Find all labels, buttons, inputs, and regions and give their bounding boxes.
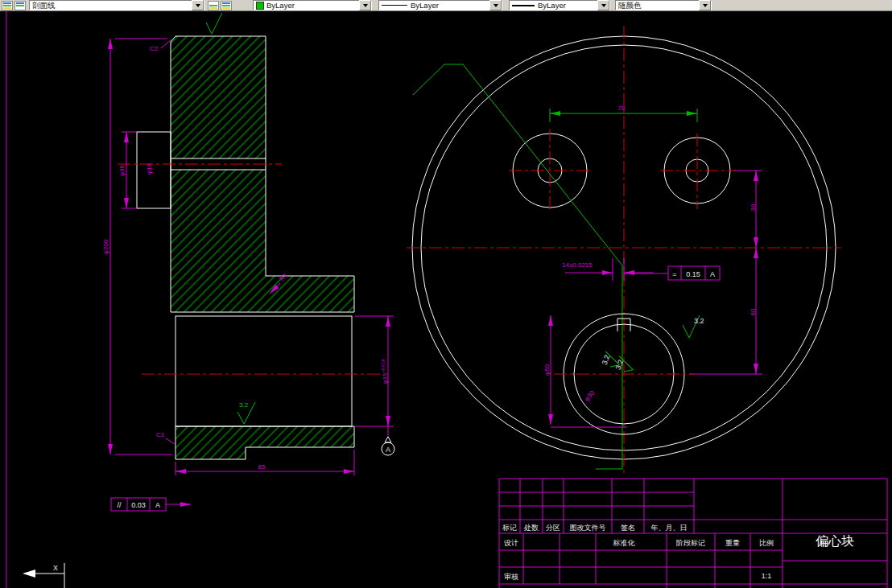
fcf-parallel-symbol: //	[117, 501, 122, 509]
section-hub-outline	[176, 316, 352, 426]
datum-a-label: A	[386, 446, 390, 454]
label-chamfer-c1: C1	[156, 431, 165, 438]
dim-38: 38	[750, 204, 757, 211]
roughness-symbol-top-icon	[206, 13, 222, 34]
tb-header-signature: 签名	[621, 524, 635, 532]
dim-phi30: φ30	[583, 389, 596, 403]
dim-phi36: φ36	[118, 164, 126, 176]
color-combo-value: ByLayer	[266, 1, 359, 10]
datum-a-symbol: A	[382, 426, 394, 455]
fcf-parallel-datum: A	[155, 501, 160, 509]
tb-scale-label: 比例	[759, 539, 774, 547]
tb-header-zone: 分区	[546, 524, 560, 532]
layers-toolbar: 剖面线 ByLayer ByLayer ByLayer 随颜色	[0, 0, 892, 11]
section-keyway-outline	[137, 132, 171, 208]
layer-combo[interactable]: 剖面线	[29, 0, 204, 10]
ucs-x-arrow-icon	[23, 569, 35, 578]
layer-manager-icon[interactable]	[14, 1, 26, 10]
svg-text:3.2: 3.2	[694, 317, 704, 325]
dim-phi50: φ50	[543, 364, 551, 376]
ucs-x-label: X	[53, 564, 58, 572]
dim-offset-14: 14±0.0215	[562, 261, 593, 269]
roughness-value-section: 3.2	[239, 401, 249, 409]
linetype-sample-icon	[382, 5, 407, 6]
dim-phi200: φ200	[102, 239, 109, 254]
fcf-parallel-value: 0.03	[131, 501, 146, 509]
tb-header-count: 处数	[523, 524, 539, 532]
dim-60: 60	[750, 308, 757, 315]
lineweight-combo-arrow-icon[interactable]	[597, 0, 609, 10]
tb-header-docno: 图改文件号	[570, 524, 606, 532]
linetype-combo-arrow-icon[interactable]	[489, 0, 502, 10]
fcf-symmetry: = 0.15 A	[624, 266, 720, 280]
label-chamfer-c2: C2	[150, 45, 159, 52]
roughness-keyway-2: 3.2	[614, 356, 636, 374]
tb-standardize-label: 标准化	[613, 539, 636, 547]
layer-properties-icon[interactable]	[2, 1, 13, 10]
dim-phi16: φ16	[146, 162, 153, 175]
color-swatch-icon	[256, 2, 264, 10]
ucs-icon: X	[23, 563, 64, 588]
color-combo-arrow-icon[interactable]	[359, 0, 371, 10]
drawing-canvas[interactable]: φ200 φ36 φ16 C2 R1 3.2 C1 85 φ15+0.018 A	[0, 11, 892, 588]
linetype-combo[interactable]: ByLayer	[378, 0, 502, 10]
make-object-layer-current-icon[interactable]	[208, 1, 219, 10]
fcf-parallelism: // 0.03 A	[111, 498, 191, 511]
tb-stage-label: 阶段标记	[676, 539, 705, 547]
tb-weight-label: 重量	[725, 539, 740, 547]
layer-combo-arrow-icon[interactable]	[192, 0, 204, 10]
fcf-symmetry-symbol: =	[672, 270, 676, 278]
lineweight-combo-value: ByLayer	[538, 1, 597, 10]
roughness-face: 3.2	[683, 315, 704, 338]
hole-right-outer	[664, 138, 730, 204]
plotstyle-combo[interactable]: 随颜色	[615, 0, 712, 10]
tb-part-name: 偏心块	[816, 534, 854, 548]
lineweight-sample-icon	[512, 5, 535, 6]
title-block: 标记 处数 分区 图改文件号 签名 年、月、日 设计 标准化 审核 阶段标记 重…	[499, 479, 887, 588]
section-lower-hatched-body	[176, 426, 354, 459]
tb-design-label: 设计	[504, 539, 518, 547]
tb-review-label: 审核	[504, 573, 518, 581]
fcf-symmetry-value: 0.15	[686, 270, 700, 278]
tb-scale-value: 1:1	[762, 572, 772, 580]
section-upper-hatched-body	[171, 36, 354, 312]
tb-header-date: 年、月、日	[651, 524, 688, 532]
lineweight-combo[interactable]: ByLayer	[509, 0, 610, 10]
color-combo[interactable]: ByLayer	[253, 0, 372, 10]
drawing-svg: φ200 φ36 φ16 C2 R1 3.2 C1 85 φ15+0.018 A	[0, 11, 892, 588]
front-view: 78 38 60 14±0.0215 = 0.15 A	[407, 26, 841, 473]
plotstyle-combo-arrow-icon[interactable]	[699, 0, 711, 10]
tb-header-mark: 标记	[502, 524, 517, 532]
section-view: φ200 φ36 φ16 C2 R1 3.2 C1 85 φ15+0.018 A	[102, 13, 394, 511]
plotstyle-combo-value: 随颜色	[618, 1, 699, 10]
fcf-symmetry-datum: A	[710, 270, 715, 278]
datum-triangle-icon	[385, 437, 391, 442]
dim-85: 85	[258, 463, 266, 471]
dim-78: 78	[618, 105, 626, 112]
linetype-combo-value: ByLayer	[411, 1, 489, 10]
layer-previous-icon[interactable]	[221, 1, 232, 10]
layer-combo-value: 剖面线	[32, 1, 192, 10]
